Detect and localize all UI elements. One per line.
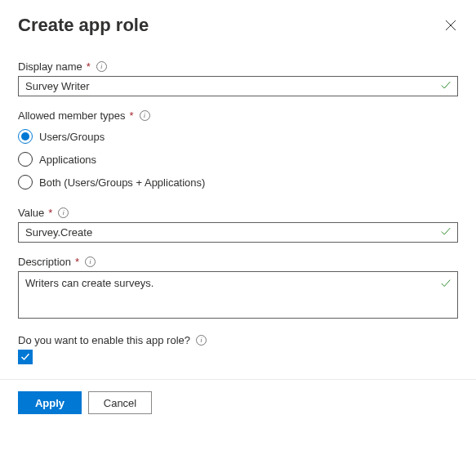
info-icon[interactable]: i [196,335,207,346]
panel-header: Create app role [18,15,458,36]
radio-icon [18,175,33,190]
close-button[interactable] [443,18,458,33]
enable-label: Do you want to enable this app role? i [18,334,458,346]
radio-label: Both (Users/Groups + Applications) [39,176,205,189]
info-icon[interactable]: i [85,256,96,267]
apply-button[interactable]: Apply [18,391,82,414]
radio-icon [18,129,33,144]
enable-field: Do you want to enable this app role? i [18,334,458,364]
cancel-button[interactable]: Cancel [88,391,152,414]
enable-checkbox[interactable] [18,350,33,364]
description-input[interactable] [18,271,458,319]
value-input-wrap [18,222,458,243]
description-label: Description * i [18,256,458,268]
required-indicator: * [130,109,134,122]
description-field: Description * i [18,256,458,321]
required-indicator: * [75,256,79,268]
info-icon[interactable]: i [96,61,107,72]
display-name-field: Display name * i [18,60,458,96]
description-input-wrap [18,271,458,321]
radio-applications[interactable]: Applications [18,148,458,171]
display-name-input-wrap [18,76,458,96]
member-types-radio-group: Users/Groups Applications Both (Users/Gr… [18,125,458,194]
radio-both[interactable]: Both (Users/Groups + Applications) [18,171,458,194]
enable-label-text: Do you want to enable this app role? [18,334,190,346]
member-types-field: Allowed member types * i Users/Groups Ap… [18,109,458,194]
description-label-text: Description [18,256,71,268]
display-name-label-text: Display name [18,60,82,73]
value-label: Value * i [18,207,458,219]
radio-icon [18,152,33,167]
checkmark-icon [20,352,30,362]
member-types-label-text: Allowed member types [18,109,126,122]
value-field: Value * i [18,207,458,243]
display-name-label: Display name * i [18,60,458,73]
info-icon[interactable]: i [58,207,69,218]
panel-title: Create app role [18,15,149,36]
radio-label: Users/Groups [39,131,105,143]
info-icon[interactable]: i [140,110,150,121]
display-name-input[interactable] [18,76,458,96]
radio-users-groups[interactable]: Users/Groups [18,125,458,148]
panel-footer: Apply Cancel [0,379,476,426]
close-icon [445,20,456,31]
value-input[interactable] [18,222,458,243]
value-label-text: Value [18,207,44,219]
radio-label: Applications [39,154,96,166]
required-indicator: * [87,60,91,73]
member-types-label: Allowed member types * i [18,109,458,122]
create-app-role-panel: Create app role Display name * i Allowed… [0,0,476,364]
required-indicator: * [48,207,52,219]
